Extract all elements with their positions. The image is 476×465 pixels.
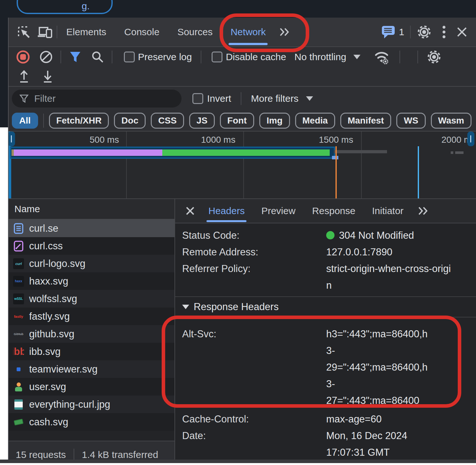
- details-tab-headers[interactable]: Headers: [200, 199, 253, 223]
- tab-network-underline: [229, 43, 268, 45]
- invert-checkbox[interactable]: [192, 93, 203, 104]
- export-har-icon[interactable]: [41, 69, 54, 84]
- preserve-log-checkbox[interactable]: [124, 52, 135, 62]
- more-tabs-chevron-icon[interactable]: [278, 25, 291, 39]
- headers-content: Status Code: 304 Not Modified Remote Add…: [175, 223, 476, 463]
- timeline-bar-pending: [334, 150, 387, 153]
- network-overview-timeline[interactable]: 500 ms 1000 ms 1500 ms 2000 m: [9, 132, 476, 199]
- request-row-ibb[interactable]: ibb ibb.svg: [9, 343, 174, 360]
- alt-svc-value-line-1: h3=":443";ma=86400,h: [326, 326, 476, 342]
- toolbar-separator-1: [61, 51, 61, 63]
- request-name: wolfssl.svg: [29, 293, 77, 305]
- tab-console[interactable]: Console: [115, 18, 168, 46]
- chip-css[interactable]: CSS: [151, 113, 184, 129]
- request-details-panel: Headers Preview Response Initiator Statu…: [174, 199, 476, 463]
- webpage-left-sliver: [0, 18, 8, 127]
- timeline-right-handle[interactable]: [467, 132, 474, 146]
- throttling-select-value[interactable]: No throttling: [294, 52, 346, 62]
- more-filters-label[interactable]: More filters: [251, 93, 298, 104]
- inspect-icon[interactable]: [16, 25, 31, 39]
- status-code-value: 304 Not Modified: [339, 230, 414, 241]
- ibb-logo-thumbnail-icon: ibb: [13, 346, 24, 357]
- close-devtools-icon[interactable]: [456, 26, 468, 38]
- request-row-github[interactable]: GitHub github.svg: [9, 325, 174, 343]
- chip-fetch-xhr[interactable]: Fetch/XHR: [49, 113, 109, 129]
- request-type-chips: All Fetch/XHR Doc CSS JS Font Img Media …: [9, 110, 476, 132]
- network-settings-gear-icon[interactable]: [426, 49, 442, 65]
- chip-img[interactable]: Img: [259, 113, 290, 129]
- chip-font[interactable]: Font: [220, 113, 254, 129]
- settings-gear-icon[interactable]: [416, 24, 432, 40]
- chip-js[interactable]: JS: [189, 113, 215, 129]
- filter-funnel-icon[interactable]: [68, 50, 82, 64]
- details-tab-preview[interactable]: Preview: [253, 199, 304, 223]
- alt-svc-value-line-5: 27=":443";ma=86400: [326, 392, 476, 409]
- request-name: user.svg: [29, 381, 66, 393]
- tab-network[interactable]: Network: [222, 18, 275, 46]
- toolbar-separator-3: [201, 51, 201, 63]
- request-row-curl-css[interactable]: curl.css: [9, 237, 174, 255]
- request-row-haxx[interactable]: haxx haxx.svg: [9, 272, 174, 290]
- filter-row: Filter Invert More filters: [9, 87, 476, 110]
- request-row-curl-logo[interactable]: curl curl-logo.svg: [9, 255, 174, 272]
- request-row-cash[interactable]: cash.svg: [9, 413, 174, 431]
- details-tab-response[interactable]: Response: [304, 199, 364, 223]
- webpage-partial-button[interactable]: [17, 0, 113, 14]
- statusbar-separator: [74, 449, 74, 461]
- chip-media[interactable]: Media: [295, 113, 335, 129]
- request-row-teamviewer[interactable]: teamviewer.svg: [9, 360, 174, 378]
- close-details-icon[interactable]: [185, 205, 196, 216]
- timeline-bar-css: [14, 149, 162, 156]
- details-more-tabs-chevron-icon[interactable]: [416, 204, 429, 218]
- chiprow-separator: [43, 114, 44, 128]
- transferred-size: 1.4 kB transferred: [82, 449, 158, 460]
- webpage-top-strip: g.: [0, 0, 476, 18]
- search-icon[interactable]: [91, 50, 105, 64]
- teamviewer-logo-thumbnail-icon: [13, 364, 24, 375]
- more-menu-icon[interactable]: [442, 25, 446, 39]
- request-row-curl-se[interactable]: curl.se: [9, 220, 174, 237]
- tab-sources[interactable]: Sources: [168, 18, 222, 46]
- disclosure-triangle-icon: [182, 305, 189, 309]
- record-icon[interactable]: [16, 50, 30, 64]
- referrer-policy-value-line-1: strict-origin-when-cross-origi: [326, 261, 476, 277]
- import-har-icon[interactable]: [18, 69, 30, 84]
- chip-ws[interactable]: WS: [396, 113, 425, 129]
- requests-panel: Name curl.se curl.css curl curl-logo.svg…: [9, 199, 174, 463]
- request-row-everything-curl[interactable]: everything-curl.jpg: [9, 396, 174, 413]
- timeline-bar-late-request-a: [451, 151, 453, 154]
- timeline-left-handle-grip: [11, 135, 12, 142]
- chip-manifest[interactable]: Manifest: [340, 113, 391, 129]
- issues-counter[interactable]: 1: [382, 25, 404, 39]
- alt-svc-value-line-2: 3-: [326, 342, 476, 359]
- timeline-tick-1000: 1000 ms: [201, 135, 235, 145]
- clear-icon[interactable]: [39, 50, 53, 64]
- request-row-wolfssl[interactable]: wSSL wolfssl.svg: [9, 290, 174, 308]
- timeline-bar-document: [162, 149, 330, 156]
- disable-cache-checkbox[interactable]: [212, 52, 222, 62]
- webpage-partial-button-label: g.: [82, 1, 90, 12]
- more-filters-caret-icon[interactable]: [306, 96, 313, 101]
- response-headers-section-header[interactable]: Response Headers: [182, 297, 476, 317]
- wolfssl-logo-thumbnail-icon: wSSL: [13, 293, 24, 304]
- request-row-fastly[interactable]: fastly fastly.svg: [9, 308, 174, 325]
- throttling-caret-icon[interactable]: [353, 55, 360, 59]
- timeline-left-handle[interactable]: [9, 132, 15, 146]
- details-tab-headers-underline: [206, 220, 246, 222]
- chip-doc[interactable]: Doc: [114, 113, 146, 129]
- tab-elements[interactable]: Elements: [57, 18, 115, 46]
- request-row-user[interactable]: user.svg: [9, 378, 174, 396]
- details-tab-initiator[interactable]: Initiator: [364, 199, 412, 223]
- cache-control-value: max-age=60: [326, 411, 476, 428]
- status-dot-icon: [326, 231, 335, 239]
- requests-count: 15 requests: [16, 449, 66, 460]
- chip-wasm[interactable]: Wasm: [431, 113, 472, 129]
- network-conditions-icon[interactable]: [374, 49, 391, 65]
- chip-all[interactable]: All: [12, 113, 38, 129]
- timeline-bar-waiting: [12, 149, 14, 156]
- name-column-header[interactable]: Name: [9, 199, 174, 220]
- timeline-gridline-500: [126, 132, 127, 198]
- device-toolbar-icon[interactable]: [37, 25, 53, 39]
- filter-input[interactable]: Filter: [12, 90, 182, 108]
- header-row-date: Date: Mon, 16 Dec 2024 17:07:31 GMT: [182, 428, 476, 461]
